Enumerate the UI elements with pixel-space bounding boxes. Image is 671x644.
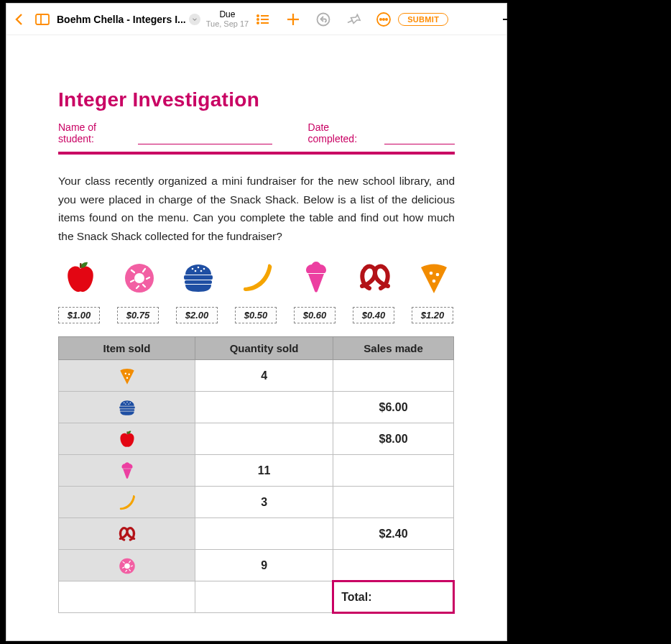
svg-point-31 [430,272,433,275]
sales-cell[interactable]: $6.00 [333,392,454,423]
submit-button[interactable]: SUBMIT [398,13,448,26]
panel-icon[interactable] [34,11,51,28]
svg-point-14 [386,18,387,19]
chevron-down-icon[interactable] [189,14,200,25]
name-field: Name of student: [58,121,272,144]
pizza-icon [117,369,137,381]
pin-icon[interactable] [345,11,362,28]
svg-point-17 [134,273,144,283]
app-window: Boehm Chella - Integers I... Due Tue, Se… [6,3,507,641]
price-box[interactable]: $0.75 [117,307,159,323]
callout-line [503,19,533,20]
more-icon[interactable] [375,11,392,28]
due-label: Due [219,10,235,19]
document-title-block[interactable]: Boehm Chella - Integers I... [57,14,200,25]
table-row: $2.40 [59,518,454,550]
name-blank[interactable] [138,134,272,144]
sales-cell[interactable] [333,360,454,392]
item-cell-pretzel [59,518,195,550]
sales-cell[interactable] [333,550,454,581]
apple-icon [61,258,100,297]
svg-point-4 [257,22,259,24]
qty-cell[interactable]: 11 [195,455,333,487]
qty-cell[interactable]: 9 [195,550,333,581]
document-title: Boehm Chella - Integers I... [57,14,186,25]
qty-cell[interactable] [195,518,333,550]
sales-cell[interactable] [333,455,454,487]
col-qty: Quantity sold [195,337,333,360]
icecream-icon [297,258,336,297]
svg-rect-37 [119,406,135,408]
due-date: Tue, Sep 17 [206,19,249,28]
icecream-icon [117,464,137,476]
banana-icon [117,495,137,507]
svg-rect-15 [80,263,82,268]
svg-rect-24 [184,275,213,280]
undo-icon[interactable] [315,11,332,28]
svg-point-2 [257,15,259,17]
date-field: Date completed: [308,121,455,144]
qty-cell[interactable]: 4 [195,360,333,392]
qty-cell[interactable] [195,423,333,455]
sales-cell[interactable]: $8.00 [333,423,454,455]
banana-icon [238,258,277,297]
svg-point-29 [195,270,197,272]
table-row: 4 [59,360,454,392]
svg-point-36 [126,377,127,378]
svg-point-32 [436,273,440,277]
svg-point-33 [432,280,436,283]
blank-cell [59,581,195,613]
item-cell-icecream [59,455,195,487]
item-cell-banana [59,487,195,518]
data-table: Item sold Quantity sold Sales made 4$6.0… [58,336,455,614]
pretzel-icon [356,258,394,297]
svg-rect-0 [36,14,49,24]
item-cell-pizza [59,360,195,392]
svg-point-3 [257,19,259,20]
sales-cell[interactable]: $2.40 [333,518,454,550]
burger-icon [117,400,137,413]
price-box[interactable]: $1.20 [412,307,453,323]
price-box[interactable]: $0.50 [235,307,277,323]
back-icon[interactable] [11,11,28,28]
fields-row: Name of student: Date completed: [58,121,455,144]
table-row: 3 [59,487,454,518]
price-box[interactable]: $2.00 [176,307,218,323]
svg-point-46 [124,564,130,569]
col-sales: Sales made [333,337,454,360]
snack-icons-row [58,258,455,297]
svg-point-39 [123,402,124,403]
item-cell-donut [59,550,195,581]
donut-icon [120,258,159,297]
svg-rect-44 [126,431,127,434]
svg-point-43 [128,403,129,404]
price-box[interactable]: $0.60 [294,307,336,323]
blank-cell [195,581,333,613]
plus-icon[interactable] [284,11,302,28]
apple-icon [117,432,137,444]
body-paragraph: Your class recently organized a mini fun… [58,172,455,245]
qty-cell[interactable]: 3 [195,487,333,518]
pizza-icon [415,258,453,297]
svg-point-42 [125,403,126,404]
sales-cell[interactable] [333,487,454,518]
price-row: $1.00$0.75$2.00$0.50$0.60$0.40$1.20 [58,307,455,323]
table-row: 9 [59,550,454,581]
svg-point-26 [192,268,194,270]
list-icon[interactable] [254,11,272,28]
table-row: $6.00 [59,392,454,423]
item-cell-burger [59,392,195,423]
qty-cell[interactable] [195,392,333,423]
price-box[interactable]: $0.40 [353,307,394,323]
col-item: Item sold [59,337,195,360]
toolbar: Boehm Chella - Integers I... Due Tue, Se… [6,4,506,35]
burger-icon [179,258,218,297]
pretzel-icon [117,527,137,539]
date-blank[interactable] [384,134,455,144]
svg-point-40 [126,402,127,402]
svg-point-34 [124,372,126,374]
table-row: 11 [59,455,454,487]
item-cell-apple [59,423,195,455]
total-cell[interactable]: Total: [333,581,454,613]
price-box[interactable]: $1.00 [58,307,100,323]
